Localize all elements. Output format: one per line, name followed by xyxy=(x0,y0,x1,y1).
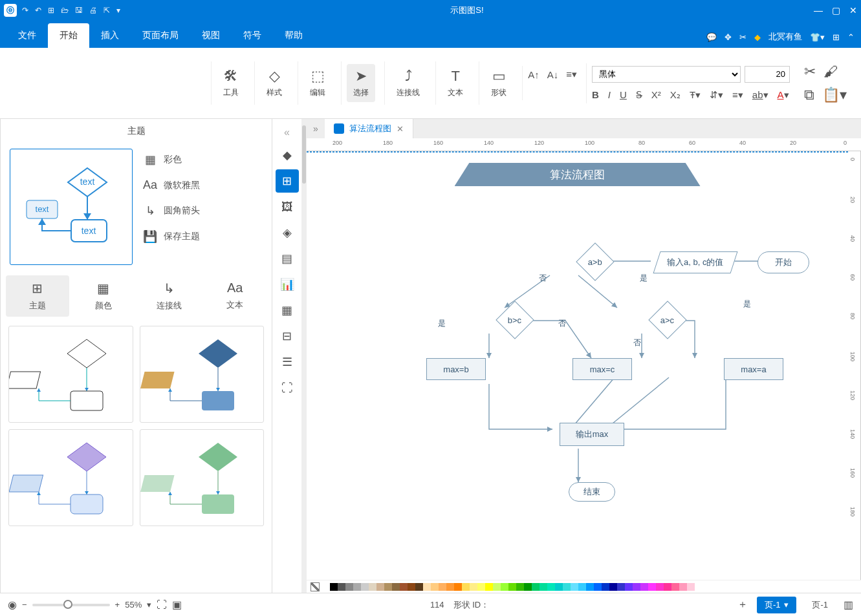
color-swatch[interactable] xyxy=(609,583,617,591)
shape-start[interactable]: 开始 xyxy=(757,251,809,273)
shirt-icon[interactable]: 👕▾ xyxy=(810,32,825,42)
document-tab[interactable]: 算法流程图 ✕ xyxy=(325,119,413,138)
color-swatch[interactable] xyxy=(602,583,609,591)
theme-opt-colorful[interactable]: ▦彩色 xyxy=(143,153,200,167)
color-swatch[interactable] xyxy=(462,583,470,591)
style-button[interactable]: ◇样式 xyxy=(260,64,289,102)
color-swatch[interactable] xyxy=(400,583,408,591)
case-button[interactable]: Ŧ▾ xyxy=(690,89,701,101)
theme-card-2[interactable] xyxy=(140,326,265,423)
font-size-input[interactable] xyxy=(745,66,790,83)
redo-icon[interactable]: ↷ xyxy=(22,6,28,15)
shape-decision-bc[interactable]: b>c xyxy=(496,301,534,339)
copy-icon[interactable]: ⧉ xyxy=(804,87,814,103)
auto-color-swatch[interactable] xyxy=(311,582,320,591)
shape-input[interactable]: 输入a, b, c的值 xyxy=(653,251,737,273)
color-swatch[interactable] xyxy=(508,583,516,591)
theme-card-1[interactable] xyxy=(8,326,133,423)
tab-view[interactable]: 视图 xyxy=(190,23,232,48)
color-swatch[interactable] xyxy=(594,583,602,591)
color-swatch[interactable] xyxy=(431,583,439,591)
cut-tool-icon[interactable]: ✂ xyxy=(739,32,747,42)
color-swatch[interactable] xyxy=(671,583,679,591)
shape-max-b[interactable]: max=b xyxy=(426,358,486,380)
zoom-out-icon[interactable]: − xyxy=(22,600,27,610)
user-name[interactable]: 北冥有鱼 xyxy=(768,31,802,43)
collapse-toolstrip-icon[interactable]: « xyxy=(281,124,292,141)
tab-start[interactable]: 开始 xyxy=(48,23,89,48)
page-list-icon[interactable]: ▥ xyxy=(844,599,853,611)
color-swatch[interactable] xyxy=(376,583,384,591)
color-swatch[interactable] xyxy=(384,583,392,591)
zoom-dropdown-icon[interactable]: ▾ xyxy=(147,600,151,610)
color-swatch[interactable] xyxy=(353,583,361,591)
bold-button[interactable]: B xyxy=(592,89,599,100)
chart-panel-icon[interactable]: 📊 xyxy=(276,273,299,296)
color-swatch[interactable] xyxy=(679,583,687,591)
decrease-font-icon[interactable]: A↓ xyxy=(547,69,559,80)
color-swatch[interactable] xyxy=(625,583,633,591)
layers-panel-icon[interactable]: ◈ xyxy=(276,221,299,244)
collapse-ribbon-icon[interactable]: ⌃ xyxy=(847,32,855,42)
premium-icon[interactable]: ◆ xyxy=(754,32,761,42)
shape-decision-ab[interactable]: a>b xyxy=(576,242,614,281)
superscript-button[interactable]: X² xyxy=(651,89,661,100)
align-left-icon[interactable]: ≡▾ xyxy=(566,69,577,80)
color-swatch[interactable] xyxy=(586,583,594,591)
distribute-panel-icon[interactable]: ☰ xyxy=(276,350,299,374)
close-button[interactable]: ✕ xyxy=(849,5,857,16)
export-icon[interactable]: ⇱ xyxy=(104,6,110,15)
zoom-in-icon[interactable]: + xyxy=(115,600,120,610)
tools-button[interactable]: 🛠工具 xyxy=(217,64,245,102)
highlight-icon[interactable]: ab▾ xyxy=(752,89,768,101)
color-swatch[interactable] xyxy=(369,583,376,591)
fit-panel-icon[interactable]: ⛶ xyxy=(276,376,299,399)
color-swatch[interactable] xyxy=(547,583,555,591)
fit-page-icon[interactable]: ▣ xyxy=(172,599,182,611)
color-swatch[interactable] xyxy=(571,583,578,591)
page-current[interactable]: 页-1 ▾ xyxy=(757,597,797,613)
tab-help[interactable]: 帮助 xyxy=(273,23,314,48)
subtab-text[interactable]: Aa文本 xyxy=(203,275,267,317)
eraser-tool-icon[interactable]: ◆ xyxy=(276,143,299,167)
edit-button[interactable]: ⬚编辑 xyxy=(303,64,332,102)
open-icon[interactable]: 🗁 xyxy=(61,6,69,15)
color-swatch[interactable] xyxy=(330,583,338,591)
italic-button[interactable]: I xyxy=(608,89,611,100)
tab-layout[interactable]: 页面布局 xyxy=(131,23,190,48)
color-swatch[interactable] xyxy=(563,583,571,591)
shapes-panel-icon[interactable]: ⊞ xyxy=(276,169,299,193)
color-swatch[interactable] xyxy=(687,583,695,591)
table-panel-icon[interactable]: ▦ xyxy=(276,299,299,322)
outline-panel-icon[interactable]: ▤ xyxy=(276,247,299,270)
subscript-button[interactable]: X₂ xyxy=(670,89,681,101)
zoom-reset-icon[interactable]: ◉ xyxy=(8,599,17,611)
shape-max-a[interactable]: max=a xyxy=(724,358,783,380)
shape-end[interactable]: 结束 xyxy=(569,482,615,502)
subtab-color[interactable]: ▦颜色 xyxy=(72,275,135,317)
theme-opt-font[interactable]: Aa微软雅黑 xyxy=(143,178,200,192)
color-swatch[interactable] xyxy=(439,583,446,591)
color-swatch[interactable] xyxy=(345,583,353,591)
shape-output[interactable]: 输出max xyxy=(560,423,624,446)
underline-button[interactable]: U xyxy=(620,89,627,100)
color-swatch[interactable] xyxy=(617,583,625,591)
qat-dropdown-icon[interactable]: ▾ xyxy=(116,6,120,15)
color-swatch[interactable] xyxy=(524,583,532,591)
increase-font-icon[interactable]: A↑ xyxy=(528,69,539,80)
connector-button[interactable]: ⤴连接线 xyxy=(390,64,426,102)
theme-card-3[interactable] xyxy=(8,429,133,526)
color-swatch[interactable] xyxy=(640,583,648,591)
subtab-theme[interactable]: ⊞主题 xyxy=(6,275,69,317)
undo-icon[interactable]: ↶ xyxy=(35,6,41,15)
color-swatch[interactable] xyxy=(664,583,671,591)
apps-icon[interactable]: ⊞ xyxy=(833,32,840,42)
minimize-button[interactable]: — xyxy=(814,5,823,16)
color-swatch[interactable] xyxy=(516,583,524,591)
color-swatch[interactable] xyxy=(493,583,501,591)
new-icon[interactable]: ⊞ xyxy=(48,6,54,15)
add-page-icon[interactable]: ＋ xyxy=(737,598,748,611)
color-swatch[interactable] xyxy=(477,583,485,591)
color-swatch[interactable] xyxy=(338,583,345,591)
shape-decision-ac[interactable]: a>c xyxy=(648,301,686,339)
